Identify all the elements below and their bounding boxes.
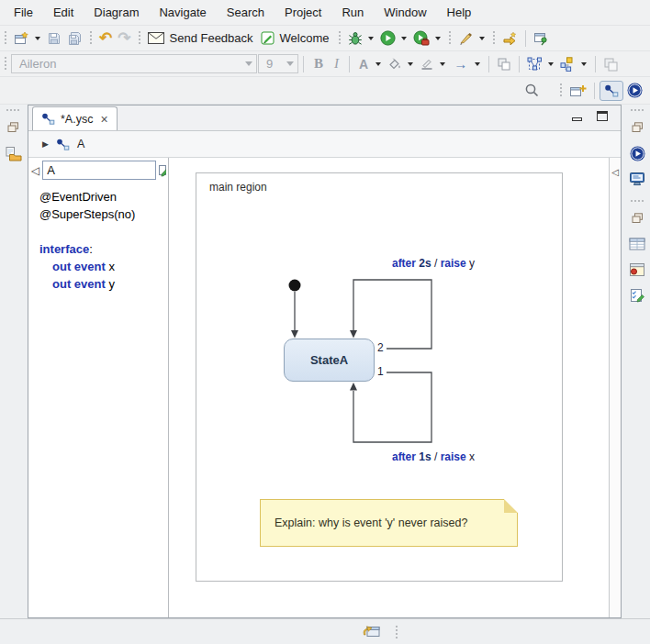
maximize-view-icon[interactable] <box>597 111 608 121</box>
copy-appearance-button[interactable] <box>494 55 514 73</box>
toolbar-drag-handle[interactable] <box>138 30 141 46</box>
dock-drag-handle[interactable] <box>630 108 645 112</box>
save-all-button[interactable] <box>64 29 85 48</box>
tab-a-ysc[interactable]: *A.ysc × <box>32 106 118 130</box>
minimize-view-icon[interactable] <box>572 117 582 121</box>
transition-1-label[interactable]: after 1s / raise x <box>369 450 498 463</box>
arrange-elements-button[interactable] <box>557 55 578 73</box>
restore-views-button[interactable] <box>627 118 647 137</box>
toolbar-drag-handle[interactable] <box>559 83 563 98</box>
menu-edit[interactable]: Edit <box>43 1 84 24</box>
edit-name-icon[interactable] <box>158 163 166 177</box>
diagram-canvas[interactable]: main region after 2s / raise y <box>169 158 609 617</box>
debug-button[interactable] <box>345 29 365 48</box>
external-tools-button[interactable] <box>455 28 476 48</box>
font-color-dropdown-caret-icon[interactable] <box>375 62 381 66</box>
properties-view-button[interactable] <box>627 235 647 253</box>
bold-button[interactable]: B <box>308 56 329 72</box>
save-button[interactable] <box>44 29 64 48</box>
font-color-button[interactable]: A <box>354 55 373 73</box>
arrange-elements-dropdown-caret-icon[interactable] <box>581 62 587 66</box>
note-annotation[interactable]: Explain: why is event 'y' never raised? <box>260 499 518 547</box>
select-elements-button[interactable] <box>524 55 545 73</box>
perspective-simulation-button[interactable] <box>623 80 646 101</box>
toolbar-drag-handle[interactable] <box>89 30 93 46</box>
last-edit-location-icon <box>502 31 518 46</box>
send-feedback-button[interactable]: Send Feedback <box>145 29 258 47</box>
simulation-view-button[interactable] <box>627 144 647 162</box>
dock-drag-handle[interactable] <box>630 199 645 203</box>
clipped-toolbar-button[interactable] <box>600 55 621 73</box>
perspective-modeling-button[interactable] <box>600 81 623 101</box>
breadcrumb-expand-icon[interactable]: ▶ <box>42 139 49 149</box>
run-button[interactable] <box>377 28 398 48</box>
toolbar-drag-handle[interactable] <box>338 30 342 46</box>
run-coverage-icon <box>413 30 430 46</box>
italic-button[interactable]: I <box>329 56 344 72</box>
state-statea[interactable]: StateA <box>284 339 375 382</box>
menu-run[interactable]: Run <box>331 1 374 24</box>
line-color-dropdown-caret-icon[interactable] <box>440 62 445 66</box>
arrow-style-dropdown-caret-icon[interactable] <box>475 62 480 66</box>
restore-views-button[interactable] <box>3 118 23 137</box>
dock-drag-handle[interactable] <box>6 108 21 112</box>
transition-1-priority[interactable]: 1 <box>377 365 384 378</box>
transition-after-1s[interactable] <box>353 372 431 442</box>
font-family-combo[interactable]: Aileron <box>11 54 257 73</box>
breakpoints-view-button[interactable] <box>627 261 647 279</box>
debug-dropdown-caret-icon[interactable] <box>368 37 374 40</box>
run-icon <box>380 30 396 46</box>
welcome-label: Welcome <box>280 31 330 45</box>
menu-navigate[interactable]: Navigate <box>149 1 216 24</box>
toolbar-drag-handle[interactable] <box>448 30 452 46</box>
external-tools-dropdown-caret-icon[interactable] <box>479 37 485 40</box>
collapse-panel-icon[interactable]: ◁ <box>30 164 40 177</box>
menu-help[interactable]: Help <box>437 1 482 24</box>
new-wizard-button[interactable] <box>11 29 32 48</box>
menu-file[interactable]: File <box>4 1 43 24</box>
toolbar-drag-handle[interactable] <box>4 30 7 46</box>
status-drag-handle[interactable] <box>395 625 398 640</box>
open-perspective-button[interactable] <box>566 82 589 100</box>
menu-diagram[interactable]: Diagram <box>84 1 149 24</box>
toolbar-drag-handle[interactable] <box>4 56 7 72</box>
tasks-view-button[interactable] <box>627 286 647 305</box>
run-dropdown-caret-icon[interactable] <box>401 37 407 40</box>
restore-views-button[interactable] <box>627 209 647 228</box>
run-coverage-dropdown-caret-icon[interactable] <box>435 37 441 40</box>
arrow-style-button[interactable]: → <box>449 54 472 73</box>
transition-1-arrowhead <box>350 383 357 391</box>
console-view-button[interactable] <box>627 170 647 188</box>
tab-close-icon[interactable]: × <box>100 113 107 126</box>
font-size-combo[interactable]: 9 <box>258 54 298 73</box>
pin-editor-button[interactable] <box>531 29 551 48</box>
editor-content: ◁ @EventDriven@SuperSteps(no) interface:… <box>28 158 621 617</box>
toolbar-drag-handle[interactable] <box>492 30 496 46</box>
new-wizard-dropdown-caret-icon[interactable] <box>35 37 40 40</box>
open-perspective-icon <box>569 83 587 98</box>
statechart-text-editor[interactable]: @EventDriven@SuperSteps(no) interface:ou… <box>28 183 168 617</box>
menu-project[interactable]: Project <box>275 1 331 24</box>
select-elements-dropdown-caret-icon[interactable] <box>548 62 554 66</box>
main-region[interactable]: main region after 2s / raise y <box>196 172 563 582</box>
statechart-name-input[interactable] <box>42 161 156 180</box>
fill-color-dropdown-caret-icon[interactable] <box>408 62 413 66</box>
select-elements-icon <box>527 57 543 72</box>
line-color-button[interactable] <box>417 55 437 72</box>
fill-color-button[interactable] <box>385 55 405 72</box>
transition-2-priority[interactable]: 2 <box>377 341 384 354</box>
undo-button[interactable]: ↶ <box>96 28 115 48</box>
run-coverage-button[interactable] <box>410 28 432 48</box>
expand-palette-icon[interactable]: ◁ <box>611 167 620 177</box>
menu-search[interactable]: Search <box>217 1 275 24</box>
project-explorer-button[interactable] <box>3 144 23 162</box>
welcome-button[interactable]: Welcome <box>258 29 334 47</box>
redo-button[interactable]: ↷ <box>115 28 133 48</box>
restore-editor-button[interactable] <box>361 623 382 642</box>
last-edit-location-button[interactable] <box>499 29 521 48</box>
menu-window[interactable]: Window <box>374 1 436 24</box>
transition-2-label[interactable]: after 2s / raise y <box>369 257 498 270</box>
initial-state[interactable] <box>289 280 301 292</box>
search-button[interactable] <box>521 81 543 100</box>
breadcrumb-item-a[interactable]: A <box>77 138 84 150</box>
